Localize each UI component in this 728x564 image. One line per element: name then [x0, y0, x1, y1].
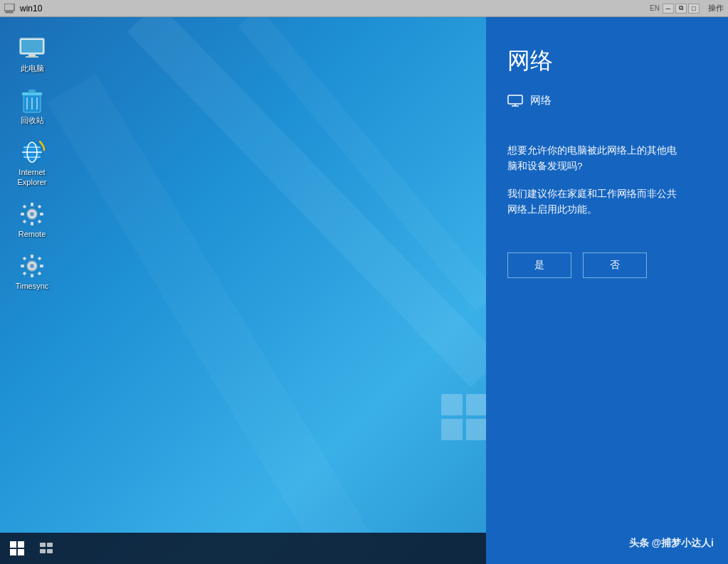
- network-yes-button[interactable]: 是: [507, 252, 571, 278]
- svg-rect-12: [28, 54, 36, 56]
- svg-rect-43: [23, 272, 27, 276]
- svg-rect-8: [441, 419, 463, 440]
- desktop-light-rays: [0, 17, 486, 564]
- svg-rect-44: [38, 272, 42, 276]
- svg-rect-45: [10, 541, 16, 548]
- windows-logo-icon: [9, 541, 25, 556]
- desktop-icon-recycle[interactable]: 回收站: [7, 83, 57, 128]
- desktop-icon-remote[interactable]: Remote: [7, 197, 57, 242]
- computer-icon-label: 此电脑: [21, 64, 44, 73]
- remote-icon: [18, 200, 46, 228]
- svg-rect-38: [31, 274, 33, 277]
- svg-rect-47: [10, 549, 16, 555]
- svg-rect-39: [21, 265, 24, 267]
- svg-line-4: [249, 17, 486, 302]
- svg-rect-15: [22, 92, 42, 95]
- svg-line-5: [71, 88, 356, 564]
- desktop-icons: 此电脑 回收站: [7, 31, 57, 294]
- svg-rect-49: [40, 543, 46, 547]
- network-panel-title: 网络: [507, 46, 707, 77]
- svg-rect-2: [5, 12, 14, 14]
- svg-rect-37: [31, 255, 33, 258]
- main-window: 此电脑 回收站: [0, 17, 728, 564]
- svg-rect-13: [26, 56, 38, 58]
- titlebar-flags: EN: [650, 4, 660, 12]
- remote-icon-label: Remote: [19, 230, 46, 239]
- network-no-button[interactable]: 否: [583, 252, 647, 278]
- svg-rect-48: [18, 549, 24, 555]
- network-discovery-question: 想要允许你的电脑被此网络上的其他电脑和设备发现吗?: [507, 143, 707, 174]
- maximize-button[interactable]: □: [688, 4, 700, 14]
- network-icon: [507, 95, 523, 107]
- network-subtitle: 网络: [530, 94, 552, 107]
- svg-rect-40: [40, 265, 43, 267]
- svg-rect-31: [23, 204, 27, 208]
- svg-rect-16: [28, 90, 36, 92]
- recycle-icon: [18, 86, 46, 115]
- svg-rect-6: [441, 394, 463, 415]
- network-panel: 网络 网络 想要允许你的电脑被此网络上的其他电脑和设备发现吗? 我们建议你在家庭…: [486, 17, 728, 564]
- svg-rect-34: [38, 219, 42, 223]
- timesync-icon-label: Timesync: [16, 282, 49, 291]
- taskview-button[interactable]: [33, 537, 60, 560]
- titlebar: win10 EN ─ ⧉ □ 操作: [0, 0, 728, 17]
- titlebar-icon: [4, 4, 16, 14]
- svg-line-3: [142, 17, 486, 373]
- svg-rect-0: [4, 4, 14, 11]
- svg-rect-42: [38, 257, 42, 261]
- taskview-icon: [39, 541, 53, 555]
- ie-icon: [18, 138, 46, 166]
- svg-rect-11: [21, 40, 43, 53]
- desktop-icon-computer[interactable]: 此电脑: [7, 31, 57, 76]
- svg-rect-41: [23, 257, 27, 261]
- svg-point-36: [30, 264, 34, 268]
- taskbar: [0, 533, 486, 564]
- computer-icon: [18, 34, 46, 63]
- minimize-button[interactable]: ─: [663, 4, 674, 14]
- svg-rect-9: [466, 419, 486, 440]
- network-subtitle-row: 网络: [507, 94, 707, 107]
- svg-rect-51: [40, 549, 46, 553]
- svg-rect-30: [40, 213, 43, 216]
- desktop-icon-ie[interactable]: InternetExplorer: [7, 135, 57, 189]
- svg-rect-52: [47, 549, 53, 553]
- ie-icon-label: InternetExplorer: [18, 168, 47, 186]
- restore-button[interactable]: ⧉: [675, 4, 687, 14]
- network-discovery-suggestion: 我们建议你在家庭和工作网络而非公共网络上启用此功能。: [507, 186, 707, 217]
- controls-label: 操作: [708, 3, 724, 14]
- network-panel-header: 网络 网络: [486, 17, 728, 143]
- recycle-icon-label: 回收站: [21, 116, 44, 125]
- titlebar-right: EN ─ ⧉ □ 操作: [650, 3, 724, 14]
- svg-rect-27: [31, 203, 33, 206]
- svg-rect-33: [23, 219, 27, 223]
- svg-rect-32: [38, 204, 42, 208]
- svg-rect-50: [47, 543, 53, 547]
- desktop-icon-timesync[interactable]: Timesync: [7, 249, 57, 294]
- svg-rect-28: [31, 222, 33, 225]
- network-panel-body: 想要允许你的电脑被此网络上的其他电脑和设备发现吗? 我们建议你在家庭和工作网络而…: [486, 143, 728, 278]
- svg-rect-7: [466, 394, 486, 415]
- panel-watermark: 头条 @捕梦小达人i: [629, 537, 714, 550]
- start-button[interactable]: [3, 534, 31, 563]
- svg-rect-29: [21, 213, 24, 216]
- titlebar-controls: ─ ⧉ □: [663, 4, 700, 14]
- network-buttons: 是 否: [507, 252, 707, 278]
- svg-rect-46: [18, 541, 24, 548]
- svg-rect-53: [508, 95, 522, 104]
- titlebar-left: win10: [4, 4, 42, 14]
- titlebar-title: win10: [20, 4, 42, 14]
- svg-point-26: [30, 212, 34, 216]
- timesync-icon: [18, 252, 46, 280]
